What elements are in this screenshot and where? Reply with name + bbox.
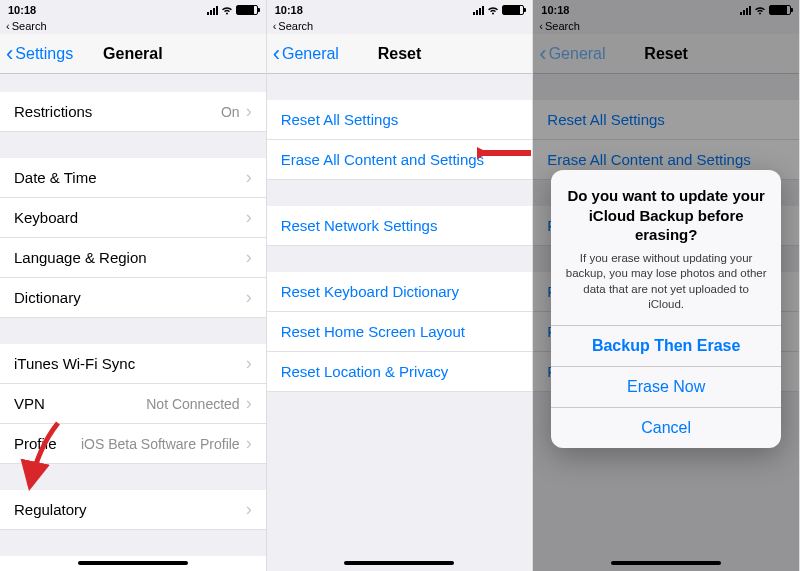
chevron-right-icon: › <box>246 499 252 520</box>
row-reset-network[interactable]: Reset Network Settings <box>267 206 533 246</box>
chevron-right-icon: › <box>246 393 252 414</box>
row-label: VPN <box>14 395 146 412</box>
chevron-left-icon: ‹ <box>6 43 13 65</box>
screen-reset-alert: 10:18 ‹ Search ‹ General Reset Reset All… <box>533 0 800 571</box>
nav-bar: ‹ Settings General <box>0 34 266 74</box>
row-label: Reset All Settings <box>281 111 519 128</box>
row-label: Keyboard <box>14 209 246 226</box>
chevron-right-icon: › <box>246 287 252 308</box>
row-itunes[interactable]: iTunes Wi-Fi Sync › <box>0 344 266 384</box>
row-erase-all-content[interactable]: Erase All Content and Settings <box>267 140 533 180</box>
icloud-backup-alert: Do you want to update your iCloud Backup… <box>551 170 781 448</box>
search-back-label: Search <box>278 20 313 32</box>
search-back-label: Search <box>12 20 47 32</box>
row-value: Not Connected <box>146 396 239 412</box>
row-language[interactable]: Language & Region › <box>0 238 266 278</box>
row-reset-all-settings[interactable]: Reset All Settings <box>267 100 533 140</box>
nav-bar: ‹ General Reset <box>267 34 533 74</box>
row-label: Restrictions <box>14 103 221 120</box>
row-label: Reset <box>14 567 246 571</box>
chevron-right-icon: › <box>246 207 252 228</box>
chevron-right-icon: › <box>246 433 252 454</box>
chevron-left-icon: ‹ <box>273 43 280 65</box>
nav-back-label: General <box>282 45 339 63</box>
backup-then-erase-button[interactable]: Backup Then Erase <box>551 325 781 366</box>
row-restrictions[interactable]: Restrictions On › <box>0 92 266 132</box>
screen-general: 10:18 ‹ Search ‹ Settings General Restri… <box>0 0 267 571</box>
search-back[interactable]: ‹ Search <box>0 20 266 34</box>
search-back[interactable]: ‹ Search <box>267 20 533 34</box>
row-value: On <box>221 104 240 120</box>
status-time: 10:18 <box>275 4 303 16</box>
cancel-button[interactable]: Cancel <box>551 407 781 448</box>
battery-icon <box>236 5 258 15</box>
row-reset-home[interactable]: Reset Home Screen Layout <box>267 312 533 352</box>
row-dictionary[interactable]: Dictionary › <box>0 278 266 318</box>
row-label: Reset Location & Privacy <box>281 363 519 380</box>
home-indicator <box>78 561 188 565</box>
screen-reset: 10:18 ‹ Search ‹ General Reset Reset All… <box>267 0 534 571</box>
chevron-right-icon: › <box>246 167 252 188</box>
row-label: Language & Region <box>14 249 246 266</box>
home-indicator <box>344 561 454 565</box>
row-vpn[interactable]: VPN Not Connected › <box>0 384 266 424</box>
content: Reset All Settings Erase All Content and… <box>267 74 533 392</box>
row-label: Dictionary <box>14 289 246 306</box>
chevron-left-icon: ‹ <box>6 20 10 32</box>
status-right <box>473 5 524 15</box>
row-regulatory[interactable]: Regulatory › <box>0 490 266 530</box>
home-indicator <box>611 561 721 565</box>
row-label: Profile <box>14 435 81 452</box>
chevron-right-icon: › <box>246 353 252 374</box>
nav-back-label: Settings <box>15 45 73 63</box>
alert-message: If you erase without updating your backu… <box>565 251 767 313</box>
status-right <box>207 5 258 15</box>
row-reset-location[interactable]: Reset Location & Privacy <box>267 352 533 392</box>
row-label: iTunes Wi-Fi Sync <box>14 355 246 372</box>
chevron-left-icon: ‹ <box>273 20 277 32</box>
status-bar: 10:18 <box>267 0 533 20</box>
row-keyboard[interactable]: Keyboard › <box>0 198 266 238</box>
row-label: Date & Time <box>14 169 246 186</box>
signal-icon <box>207 6 218 15</box>
row-label: Reset Keyboard Dictionary <box>281 283 519 300</box>
status-bar: 10:18 <box>0 0 266 20</box>
row-datetime[interactable]: Date & Time › <box>0 158 266 198</box>
wifi-icon <box>221 6 233 15</box>
wifi-icon <box>487 6 499 15</box>
row-label: Erase All Content and Settings <box>281 151 519 168</box>
battery-icon <box>502 5 524 15</box>
nav-back-button[interactable]: ‹ General <box>267 43 339 65</box>
chevron-right-icon: › <box>246 565 252 571</box>
chevron-right-icon: › <box>246 101 252 122</box>
chevron-right-icon: › <box>246 247 252 268</box>
signal-icon <box>473 6 484 15</box>
row-label: Reset Home Screen Layout <box>281 323 519 340</box>
content: Restrictions On › Date & Time › Keyboard… <box>0 74 266 571</box>
row-label: Reset Network Settings <box>281 217 519 234</box>
status-time: 10:18 <box>8 4 36 16</box>
row-value: iOS Beta Software Profile <box>81 436 240 452</box>
nav-back-button[interactable]: ‹ Settings <box>0 43 73 65</box>
row-reset-keyboard[interactable]: Reset Keyboard Dictionary <box>267 272 533 312</box>
erase-now-button[interactable]: Erase Now <box>551 366 781 407</box>
alert-title: Do you want to update your iCloud Backup… <box>565 186 767 245</box>
row-label: Regulatory <box>14 501 246 518</box>
row-profile[interactable]: Profile iOS Beta Software Profile › <box>0 424 266 464</box>
